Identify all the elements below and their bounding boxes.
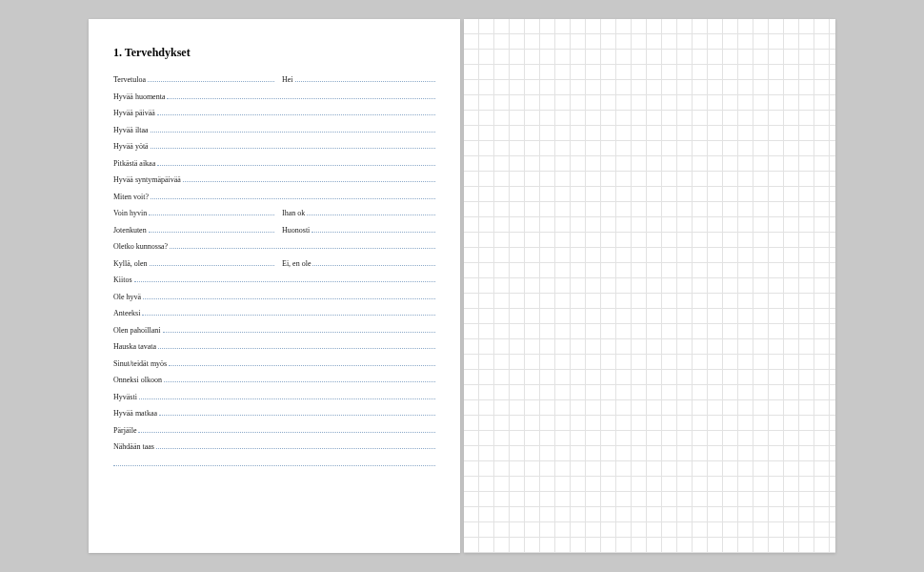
term: Voin hyvin xyxy=(113,209,149,217)
term: Ei, en ole xyxy=(282,259,312,268)
vocab-row: Hyvää päivää xyxy=(113,109,435,117)
dotted-line xyxy=(169,359,435,366)
term: Onneksi olkoon xyxy=(113,376,164,384)
vocab-row: Hyvästi xyxy=(113,393,435,401)
term: Hyvää huomenta xyxy=(113,92,167,101)
vocab-row: Voin hyvinIhan ok xyxy=(113,209,435,217)
term: Pärjäile xyxy=(113,426,138,435)
blank-line xyxy=(113,460,435,466)
term: Ole hyvä xyxy=(113,293,143,301)
dotted-line xyxy=(311,226,435,233)
term: Ihan ok xyxy=(282,209,307,217)
term: Hei xyxy=(282,75,295,84)
dotted-line xyxy=(149,209,274,215)
dotted-line xyxy=(149,226,274,233)
dotted-line xyxy=(156,442,435,449)
dotted-line xyxy=(159,409,435,416)
term: Sinut/teidät myös xyxy=(113,359,169,368)
term: Oletko kunnossa? xyxy=(113,242,170,251)
vocab-row: Pärjäile xyxy=(113,426,435,435)
term: Hyvää syntymäpäivää xyxy=(113,175,183,184)
vocab-row: Hyvää iltaa xyxy=(113,126,435,134)
vocab-row: Anteeksi xyxy=(113,309,435,317)
term: Nähdään taas xyxy=(113,442,156,451)
vocab-row: Miten voit? xyxy=(113,193,435,201)
dotted-line xyxy=(295,75,435,82)
dotted-line xyxy=(138,426,435,433)
vocab-row: Olen pahoillani xyxy=(113,326,435,335)
term: Jotenkuten xyxy=(113,226,149,235)
dotted-line xyxy=(312,259,435,266)
dotted-line xyxy=(142,309,435,316)
term: Hyvää yötä xyxy=(113,142,151,151)
dotted-line xyxy=(113,460,435,466)
vocabulary-list: TervetuloaHeiHyvää huomentaHyvää päivääH… xyxy=(113,75,435,451)
vocab-row: Hyvää matkaa xyxy=(113,409,435,418)
term: Tervetuloa xyxy=(113,75,148,84)
term: Huonosti xyxy=(282,226,311,235)
vocab-row: TervetuloaHei xyxy=(113,75,435,84)
term: Hyvästi xyxy=(113,393,139,401)
dotted-line xyxy=(183,175,435,182)
vocab-row: Pitkästä aikaa xyxy=(113,159,435,168)
term: Kyllä, olen xyxy=(113,259,150,268)
term: Miten voit? xyxy=(113,193,151,201)
dotted-line xyxy=(164,376,435,382)
vocab-row: Nähdään taas xyxy=(113,442,435,451)
dotted-line xyxy=(158,342,435,349)
dotted-line xyxy=(134,276,435,282)
term: Hyvää päivää xyxy=(113,109,157,117)
vocab-row: Onneksi olkoon xyxy=(113,376,435,384)
vocab-row: Hyvää huomenta xyxy=(113,92,435,101)
dotted-line xyxy=(148,75,274,82)
dotted-line xyxy=(151,193,435,199)
vocab-row: Kiitos xyxy=(113,276,435,284)
term: Hyvää iltaa xyxy=(113,126,151,134)
dotted-line xyxy=(143,293,435,299)
term: Kiitos xyxy=(113,276,134,284)
left-page: 1. Tervehdykset TervetuloaHeiHyvää huome… xyxy=(89,19,460,553)
dotted-line xyxy=(151,126,435,133)
vocab-row: Hyvää syntymäpäivää xyxy=(113,175,435,184)
dotted-line xyxy=(167,92,435,99)
term: Hauska tavata xyxy=(113,342,158,351)
section-heading: 1. Tervehdykset xyxy=(113,46,435,60)
right-page-grid xyxy=(464,19,835,553)
dotted-line xyxy=(170,242,435,249)
dotted-line xyxy=(307,209,435,215)
page-spread: 1. Tervehdykset TervetuloaHeiHyvää huome… xyxy=(89,19,835,553)
dotted-line xyxy=(139,393,435,399)
vocab-row: Kyllä, olenEi, en ole xyxy=(113,259,435,268)
term: Hyvää matkaa xyxy=(113,409,159,418)
vocab-row: Hauska tavata xyxy=(113,342,435,351)
term: Anteeksi xyxy=(113,309,142,317)
term: Olen pahoillani xyxy=(113,326,163,335)
vocab-row: JotenkutenHuonosti xyxy=(113,226,435,235)
vocab-row: Sinut/teidät myös xyxy=(113,359,435,368)
dotted-line xyxy=(163,326,435,333)
dotted-line xyxy=(157,109,435,115)
dotted-line xyxy=(151,142,435,149)
dotted-line xyxy=(150,259,274,266)
dotted-line xyxy=(157,159,435,166)
vocab-row: Ole hyvä xyxy=(113,293,435,301)
vocab-row: Hyvää yötä xyxy=(113,142,435,151)
vocab-row: Oletko kunnossa? xyxy=(113,242,435,251)
term: Pitkästä aikaa xyxy=(113,159,157,168)
